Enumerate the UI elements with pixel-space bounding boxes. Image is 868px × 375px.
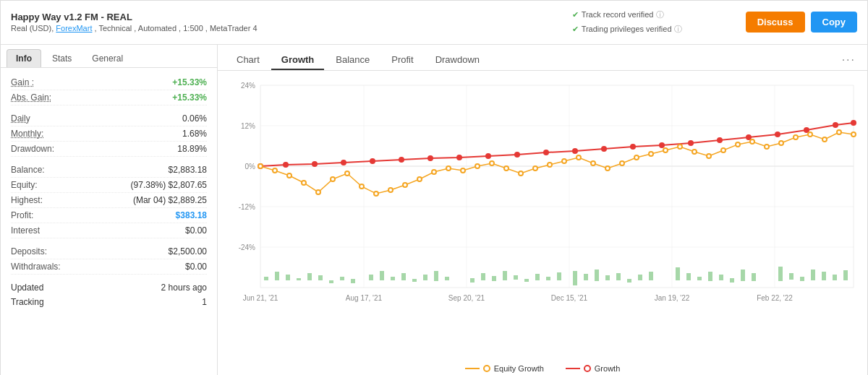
tab-drawdown[interactable]: Drawdown (425, 51, 490, 70)
stat-withdrawals-label: Withdrawals: (11, 262, 61, 272)
stat-abs-gain-value: +15.33% (172, 92, 207, 103)
svg-point-136 (837, 130, 841, 134)
tab-info[interactable]: Info (7, 49, 41, 67)
svg-rect-27 (286, 275, 290, 280)
stat-deposits-value: $2,500.00 (169, 246, 207, 257)
svg-text:Sep 20, '21: Sep 20, '21 (448, 294, 485, 302)
svg-rect-32 (340, 277, 344, 280)
more-options-button[interactable]: ··· (839, 53, 859, 66)
tab-growth[interactable]: Growth (271, 51, 325, 70)
svg-point-77 (341, 160, 346, 165)
stat-interest-value: $0.00 (185, 225, 207, 236)
svg-point-126 (692, 150, 697, 154)
svg-text:Dec 15, '21: Dec 15, '21 (551, 294, 588, 302)
track-record-check-icon: ✔ (572, 10, 579, 19)
svg-rect-71 (822, 272, 826, 280)
broker-link[interactable]: ForexMart (56, 24, 92, 33)
svg-point-79 (399, 157, 404, 163)
svg-rect-66 (752, 273, 756, 281)
svg-rect-38 (412, 279, 417, 282)
svg-text:12%: 12% (241, 122, 255, 130)
svg-text:Jan 19, '22: Jan 19, '22 (655, 294, 690, 302)
tab-balance[interactable]: Balance (326, 51, 380, 70)
svg-point-120 (605, 166, 610, 171)
growth-line-icon (566, 368, 580, 369)
svg-point-134 (808, 132, 812, 137)
svg-rect-29 (307, 273, 312, 280)
svg-point-75 (283, 162, 289, 168)
svg-rect-25 (264, 277, 268, 280)
svg-rect-55 (616, 273, 621, 280)
stat-profit-value: $383.18 (176, 210, 207, 220)
legend-growth: Growth (566, 364, 620, 373)
discuss-button[interactable]: Discuss (746, 12, 805, 33)
stat-interest-label: Interest (11, 225, 40, 236)
svg-point-89 (688, 140, 694, 146)
svg-text:0%: 0% (245, 163, 256, 171)
updated-value: 2 hours ago (161, 283, 207, 293)
stat-withdrawals: Withdrawals: $0.00 (11, 259, 207, 275)
growth-dot-icon (584, 365, 591, 372)
svg-point-96 (258, 164, 263, 168)
svg-point-108 (432, 170, 436, 174)
trading-privileges-info-icon[interactable]: ⓘ (674, 25, 682, 33)
svg-rect-40 (434, 271, 438, 281)
stat-highest-label: Highest: (11, 195, 43, 205)
svg-point-119 (591, 161, 595, 165)
svg-rect-57 (638, 275, 642, 280)
svg-point-90 (717, 137, 723, 143)
svg-rect-31 (329, 280, 333, 283)
svg-text:-24%: -24% (239, 243, 255, 251)
svg-rect-30 (318, 275, 323, 280)
svg-point-99 (302, 181, 306, 185)
svg-point-127 (707, 154, 711, 158)
svg-point-95 (851, 120, 856, 126)
svg-text:Jun 21, '21: Jun 21, '21 (243, 294, 278, 302)
copy-button[interactable]: Copy (811, 12, 858, 33)
svg-rect-45 (503, 271, 507, 280)
svg-rect-72 (833, 275, 837, 280)
stat-balance-label: Balance: (11, 165, 45, 175)
svg-point-114 (519, 171, 523, 176)
svg-point-109 (446, 166, 451, 171)
svg-point-131 (765, 145, 769, 149)
tab-profit[interactable]: Profit (381, 51, 423, 70)
stat-abs-gain: Abs. Gain: +15.33% (11, 90, 207, 105)
svg-text:-12%: -12% (239, 203, 255, 211)
svg-point-85 (572, 148, 578, 154)
svg-rect-73 (843, 270, 848, 280)
svg-point-80 (427, 155, 433, 161)
svg-point-129 (736, 142, 740, 147)
svg-point-128 (721, 148, 726, 152)
tab-chart[interactable]: Chart (226, 51, 270, 70)
svg-point-122 (634, 155, 639, 160)
svg-rect-26 (275, 272, 279, 280)
svg-rect-58 (649, 272, 653, 280)
svg-rect-37 (401, 273, 406, 280)
svg-point-135 (822, 137, 827, 142)
svg-rect-51 (573, 271, 577, 285)
svg-point-115 (533, 166, 537, 171)
growth-chart: 24% 12% 0% -12% -24% Jun 21, '21 Aug 17,… (228, 78, 857, 353)
svg-rect-56 (627, 279, 631, 283)
svg-point-110 (461, 168, 465, 173)
stat-deposits-label: Deposits: (11, 246, 47, 257)
stat-abs-gain-label: Abs. Gain: (11, 92, 51, 103)
svg-point-86 (601, 146, 607, 152)
track-record-info-icon[interactable]: ⓘ (656, 10, 664, 19)
tab-general[interactable]: General (82, 49, 132, 67)
stat-gain-label: Gain : (11, 77, 34, 87)
svg-point-121 (620, 161, 624, 165)
svg-rect-0 (260, 85, 854, 288)
tab-stats[interactable]: Stats (43, 49, 81, 67)
svg-rect-50 (557, 272, 561, 280)
stat-highest: Highest: (Mar 04) $2,889.25 (11, 193, 207, 208)
svg-point-78 (370, 158, 375, 164)
svg-rect-69 (800, 277, 804, 281)
svg-point-112 (490, 161, 494, 165)
svg-point-88 (659, 142, 665, 148)
stat-balance-value: $2,883.18 (169, 165, 207, 175)
stat-withdrawals-value: $0.00 (185, 262, 207, 272)
stat-profit: Profit: $383.18 (11, 208, 207, 223)
svg-rect-61 (697, 277, 702, 280)
